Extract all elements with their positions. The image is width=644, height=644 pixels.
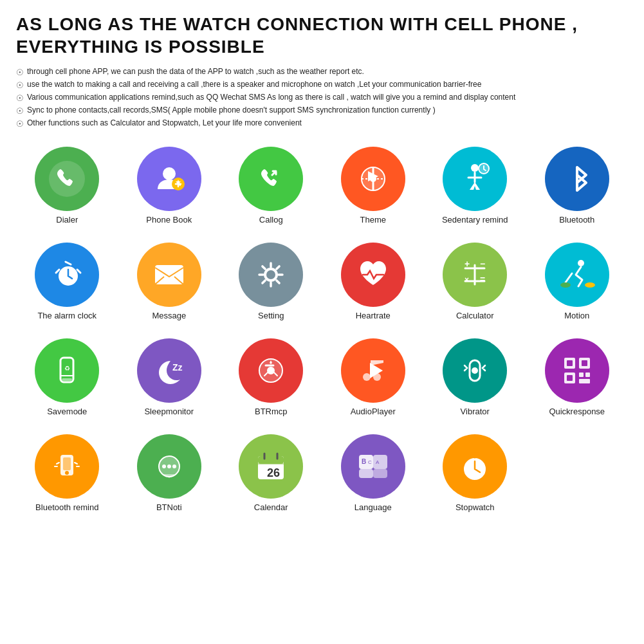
icon-item-quickresponse[interactable]: Quickresponse bbox=[526, 333, 629, 423]
svg-point-8 bbox=[471, 164, 479, 172]
icon-item-theme[interactable]: Theme bbox=[322, 142, 425, 231]
icon-circle-bluetoothremind bbox=[35, 434, 99, 499]
bullet-item: ☉use the watch to making a call and rece… bbox=[16, 80, 628, 90]
bullet-icon: ☉ bbox=[16, 68, 24, 77]
icon-circle-sleepmonitor: Zz bbox=[137, 338, 201, 403]
icon-item-sleepmonitor[interactable]: Zz Sleepmonitor bbox=[118, 333, 221, 423]
svg-text:×: × bbox=[465, 275, 469, 284]
svg-text:A: A bbox=[376, 459, 380, 465]
icon-circle-callog bbox=[239, 147, 303, 211]
bullet-item: ☉Other functions such as Calculator and … bbox=[16, 118, 628, 129]
icon-item-dialer[interactable]: Dialer bbox=[16, 142, 118, 231]
icon-label-message: Message bbox=[152, 311, 186, 322]
svg-point-30 bbox=[373, 373, 381, 381]
icon-circle-alarm bbox=[35, 243, 99, 307]
icon-circle-savemode: ♻ bbox=[35, 338, 99, 403]
icon-circle-setting bbox=[239, 243, 303, 307]
svg-rect-38 bbox=[579, 379, 590, 383]
bullet-item: ☉Various communication applications remi… bbox=[16, 93, 628, 103]
icon-label-motion: Motion bbox=[564, 311, 589, 322]
icon-label-calculator: Calculator bbox=[456, 311, 494, 322]
icon-label-stopwatch: Stopwatch bbox=[455, 502, 495, 513]
headline: AS LONG AS THE WATCH CONNECTION WITH CEL… bbox=[16, 13, 628, 58]
svg-rect-40 bbox=[582, 360, 587, 366]
svg-point-32 bbox=[472, 367, 478, 374]
icon-circle-btnoti bbox=[137, 434, 201, 499]
icon-circle-phonebook bbox=[137, 147, 201, 211]
icon-item-savemode[interactable]: ♻ Savemode bbox=[16, 333, 118, 423]
bullet-item: ☉through cell phone APP, we can push the… bbox=[16, 67, 628, 77]
icon-label-alarm: The alarm clock bbox=[37, 311, 97, 322]
icon-item-heartrate[interactable]: Heartrate bbox=[322, 237, 425, 327]
icon-item-calculator[interactable]: + − × = Calculator bbox=[424, 237, 526, 327]
icon-item-audioplayer[interactable]: AudioPlayer bbox=[322, 333, 425, 423]
icon-circle-heartrate bbox=[341, 243, 405, 307]
icon-item-bluetoothremind[interactable]: Bluetooth remind bbox=[16, 429, 118, 519]
bullet-icon: ☉ bbox=[16, 80, 24, 90]
icon-item-setting[interactable]: Setting bbox=[220, 237, 322, 327]
icon-circle-btrmcp bbox=[239, 338, 303, 403]
icon-circle-quickresponse bbox=[545, 338, 609, 403]
icon-circle-sedentary bbox=[443, 147, 507, 211]
svg-rect-50 bbox=[258, 456, 284, 464]
svg-rect-57 bbox=[359, 469, 373, 478]
svg-point-0 bbox=[49, 161, 85, 197]
icon-item-callog[interactable]: Callog bbox=[220, 142, 322, 231]
svg-rect-41 bbox=[567, 375, 573, 381]
icon-item-vibrator[interactable]: Vibrator bbox=[424, 333, 526, 423]
icon-label-dialer: Dialer bbox=[56, 215, 78, 226]
icon-circle-theme bbox=[341, 147, 405, 211]
icon-item-calendar[interactable]: 26 Calendar bbox=[220, 429, 322, 519]
svg-text:=: = bbox=[480, 274, 485, 284]
svg-point-1 bbox=[163, 167, 176, 180]
bullet-icon: ☉ bbox=[16, 106, 24, 116]
icon-circle-audioplayer bbox=[341, 338, 405, 403]
icon-item-phonebook[interactable]: Phone Book bbox=[118, 142, 221, 231]
bullet-item: ☉Sync to phone contacts,call records,SMS… bbox=[16, 106, 628, 116]
icon-label-phonebook: Phone Book bbox=[146, 215, 192, 226]
svg-point-22 bbox=[585, 282, 595, 288]
icon-circle-language: B C A bbox=[341, 434, 405, 499]
svg-rect-58 bbox=[373, 469, 387, 478]
icon-item-sedentary[interactable]: Sedentary remind bbox=[424, 142, 526, 231]
svg-text:−: − bbox=[480, 259, 485, 269]
icon-label-btnoti: BTNoti bbox=[156, 502, 182, 513]
svg-point-44 bbox=[65, 471, 69, 475]
icon-circle-bluetooth bbox=[545, 147, 609, 211]
icon-label-bluetooth: Bluetooth bbox=[559, 215, 594, 226]
icon-label-theme: Theme bbox=[360, 215, 386, 226]
icon-item-stopwatch[interactable]: Stopwatch bbox=[424, 429, 526, 519]
icon-circle-stopwatch bbox=[443, 434, 507, 499]
svg-text:B: B bbox=[362, 458, 366, 465]
bullet-icon: ☉ bbox=[16, 119, 24, 129]
icons-grid: Dialer Phone Book Callog Theme Sedentary… bbox=[16, 142, 628, 519]
svg-text:C: C bbox=[368, 459, 372, 465]
icon-label-setting: Setting bbox=[258, 311, 284, 322]
icon-circle-calendar: 26 bbox=[239, 434, 303, 499]
svg-point-47 bbox=[167, 465, 171, 468]
icon-item-btrmcp[interactable]: BTRmcp bbox=[220, 333, 322, 423]
icon-circle-motion bbox=[545, 243, 609, 307]
icon-label-savemode: Savemode bbox=[47, 407, 87, 418]
icon-item-message[interactable]: Message bbox=[118, 237, 221, 327]
svg-point-12 bbox=[265, 269, 277, 281]
icon-label-heartrate: Heartrate bbox=[356, 311, 391, 322]
icon-label-calendar: Calendar bbox=[254, 502, 288, 513]
icon-label-sedentary: Sedentary remind bbox=[442, 215, 508, 226]
icon-label-quickresponse: Quickresponse bbox=[549, 407, 605, 418]
icon-item-btnoti[interactable]: BTNoti bbox=[118, 429, 221, 519]
icon-item-language[interactable]: B C A Language bbox=[322, 429, 425, 519]
icon-item-bluetooth[interactable]: Bluetooth bbox=[526, 142, 629, 231]
icon-circle-message bbox=[137, 243, 201, 307]
icon-circle-vibrator bbox=[443, 338, 507, 403]
icon-item-alarm[interactable]: The alarm clock bbox=[16, 237, 118, 327]
svg-point-29 bbox=[363, 373, 371, 381]
bullets-section: ☉through cell phone APP, we can push the… bbox=[16, 67, 628, 129]
svg-text:+: + bbox=[465, 259, 470, 269]
svg-point-21 bbox=[560, 282, 571, 288]
icon-item-motion[interactable]: Motion bbox=[526, 237, 629, 327]
icon-label-callog: Callog bbox=[259, 215, 283, 226]
svg-text:26: 26 bbox=[267, 466, 280, 479]
icon-label-audioplayer: AudioPlayer bbox=[351, 407, 396, 418]
icon-label-sleepmonitor: Sleepmonitor bbox=[144, 407, 194, 418]
